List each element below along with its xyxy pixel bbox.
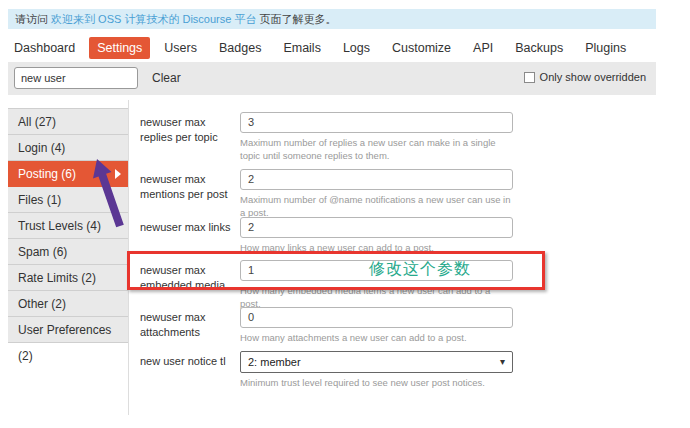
nav-logs[interactable]: Logs (335, 37, 378, 59)
admin-nav: Dashboard Settings Users Badges Emails L… (6, 37, 640, 59)
setting-row-newuser-max-embedded-media: newuser max embedded media 1 How many em… (140, 260, 570, 311)
clear-filter-button[interactable]: Clear (152, 71, 181, 85)
chevron-down-icon: ▾ (500, 352, 505, 372)
content-divider (128, 100, 129, 415)
setting-label: newuser max embedded media (140, 260, 240, 311)
chevron-right-icon (115, 169, 121, 179)
setting-row-newuser-max-replies: newuser max replies per topic 3 Maximum … (140, 112, 570, 163)
banner-link[interactable]: 欢迎来到 OSS 计算技术的 Discourse 平台 (51, 13, 256, 25)
admin-settings-page: 请访问 欢迎来到 OSS 计算技术的 Discourse 平台 页面了解更多。 … (0, 0, 690, 428)
nav-api[interactable]: API (465, 37, 501, 59)
setting-description: How many attachments a new user can add … (240, 331, 513, 344)
select-value: 2: member (248, 352, 301, 372)
nav-dashboard[interactable]: Dashboard (6, 37, 83, 59)
setting-label: newuser max replies per topic (140, 112, 240, 163)
settings-category-sidebar: All (27) Login (4) Posting (6) Files (1)… (8, 108, 128, 343)
setting-input-newuser-max-replies[interactable]: 3 (240, 112, 513, 133)
sidebar-item-trust-levels[interactable]: Trust Levels (4) (8, 213, 128, 239)
nav-backups[interactable]: Backups (507, 37, 571, 59)
sidebar-item-posting-label: Posting (6) (18, 167, 76, 181)
setting-select-new-user-notice-tl[interactable]: 2: member ▾ (240, 351, 513, 373)
sidebar-item-posting[interactable]: Posting (6) (8, 161, 128, 187)
only-show-overridden-label: Only show overridden (540, 71, 646, 83)
setting-description: Minimum trust level required to see new … (240, 376, 513, 389)
setting-input-newuser-max-embedded-media[interactable]: 1 (240, 260, 513, 281)
setting-row-new-user-notice-tl: new user notice tl 2: member ▾ Minimum t… (140, 351, 570, 389)
sidebar-item-files[interactable]: Files (1) (8, 187, 128, 213)
sidebar-item-spam[interactable]: Spam (6) (8, 239, 128, 265)
setting-description: Maximum number of @name notifications a … (240, 193, 513, 220)
setting-row-newuser-max-attachments: newuser max attachments 0 How many attac… (140, 307, 570, 344)
sidebar-item-other[interactable]: Other (2) (8, 291, 128, 317)
settings-filter-bar: Clear Only show overridden (8, 62, 656, 95)
setting-input-newuser-max-links[interactable]: 2 (240, 217, 513, 238)
checkbox-icon[interactable] (524, 72, 535, 83)
setting-row-newuser-max-links: newuser max links 2 How many links a new… (140, 217, 570, 254)
setting-description: Maximum number of replies a new user can… (240, 136, 513, 163)
setting-label: new user notice tl (140, 351, 240, 389)
only-show-overridden-toggle[interactable]: Only show overridden (524, 71, 646, 83)
setting-input-newuser-max-mentions[interactable]: 2 (240, 169, 513, 190)
banner-suffix: 页面了解更多。 (256, 13, 336, 25)
nav-emails[interactable]: Emails (275, 37, 329, 59)
setting-label: newuser max attachments (140, 307, 240, 344)
sidebar-item-all[interactable]: All (27) (8, 109, 128, 135)
nav-customize[interactable]: Customize (384, 37, 459, 59)
setting-row-newuser-max-mentions: newuser max mentions per post 2 Maximum … (140, 169, 570, 220)
banner-prefix: 请访问 (15, 13, 51, 25)
setting-label: newuser max links (140, 217, 240, 254)
settings-search-input[interactable] (14, 67, 138, 89)
sidebar-item-user-preferences[interactable]: User Preferences (2) (8, 317, 128, 343)
announcement-banner: 请访问 欢迎来到 OSS 计算技术的 Discourse 平台 页面了解更多。 (8, 9, 656, 29)
nav-plugins[interactable]: Plugins (577, 37, 634, 59)
sidebar-item-login[interactable]: Login (4) (8, 135, 128, 161)
setting-input-newuser-max-attachments[interactable]: 0 (240, 307, 513, 328)
nav-badges[interactable]: Badges (211, 37, 269, 59)
setting-label: newuser max mentions per post (140, 169, 240, 220)
setting-description: How many links a new user can add to a p… (240, 241, 513, 254)
nav-settings[interactable]: Settings (89, 37, 150, 59)
nav-users[interactable]: Users (156, 37, 205, 59)
sidebar-item-rate-limits[interactable]: Rate Limits (2) (8, 265, 128, 291)
